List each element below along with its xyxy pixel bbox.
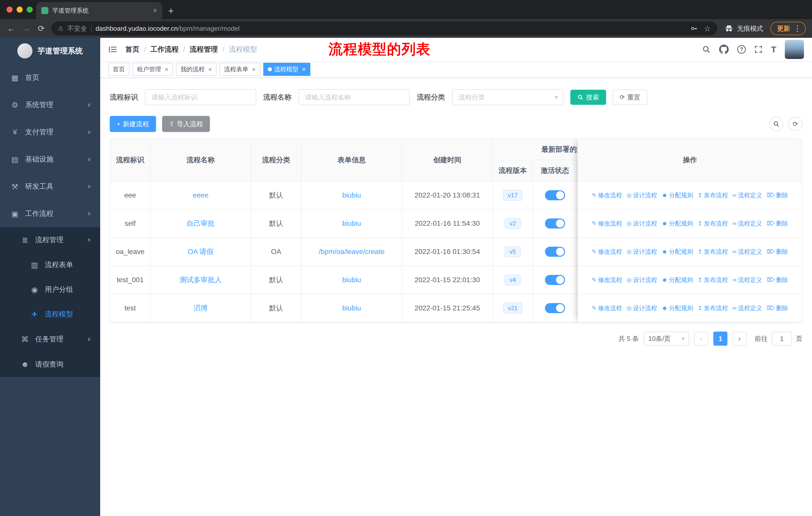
sidebar-logo[interactable]: 芋道管理系统 <box>0 38 100 64</box>
show-search-button[interactable] <box>769 117 783 131</box>
refresh-table-button[interactable]: ⟳ <box>788 117 803 131</box>
user-avatar[interactable] <box>785 40 804 59</box>
active-toggle[interactable] <box>545 275 565 285</box>
back-icon[interactable]: ← <box>6 24 16 32</box>
active-toggle[interactable] <box>545 247 565 257</box>
reset-button[interactable]: ⟳重置 <box>613 90 647 105</box>
publish-process-link[interactable]: ↥发布流程 <box>698 219 728 227</box>
publish-process-link[interactable]: ↥发布流程 <box>698 304 728 312</box>
edit-process-link[interactable]: ✎修改流程 <box>592 276 622 284</box>
form-info-link[interactable]: biubiu <box>342 191 361 199</box>
process-category-select[interactable]: 流程分类▾ <box>452 89 563 105</box>
security-label[interactable]: 不安全 <box>67 24 87 33</box>
process-name-link[interactable]: eeee <box>193 191 208 199</box>
assign-rule-link[interactable]: ☻分配规则 <box>662 191 693 199</box>
delete-process-link[interactable]: ⌦删除 <box>767 191 788 199</box>
process-key-input[interactable] <box>145 89 256 105</box>
process-definition-link[interactable]: ∞流程定义 <box>732 219 762 227</box>
tag-tenant-mgmt[interactable]: 租户管理× <box>133 63 173 76</box>
goto-page-input[interactable] <box>772 332 792 346</box>
page-number-button[interactable]: 1 <box>713 332 727 346</box>
password-key-icon[interactable] <box>690 24 698 32</box>
tab-close-icon[interactable]: × <box>153 6 157 15</box>
sidebar-item-dev-tools[interactable]: ⚒研发工具∨ <box>0 173 100 200</box>
design-process-link[interactable]: ◎设计流程 <box>627 276 657 284</box>
edit-process-link[interactable]: ✎修改流程 <box>592 191 622 199</box>
fullscreen-icon[interactable] <box>754 45 762 53</box>
form-info-link[interactable]: biubiu <box>342 219 361 227</box>
active-toggle[interactable] <box>545 218 565 228</box>
tag-home[interactable]: 首页 <box>108 63 129 76</box>
zoom-window-button[interactable] <box>27 6 33 12</box>
assign-rule-link[interactable]: ☻分配规则 <box>662 276 693 284</box>
active-toggle[interactable] <box>545 190 565 200</box>
assign-rule-link[interactable]: ☻分配规则 <box>662 248 693 256</box>
form-info-link[interactable]: biubiu <box>342 304 361 312</box>
process-name-link[interactable]: 测试多审批人 <box>179 275 222 285</box>
font-size-icon[interactable]: T <box>771 45 776 54</box>
process-definition-link[interactable]: ∞流程定义 <box>732 248 762 256</box>
prev-page-button[interactable]: ‹ <box>694 332 708 346</box>
delete-process-link[interactable]: ⌦删除 <box>767 219 788 227</box>
process-definition-link[interactable]: ∞流程定义 <box>732 304 762 312</box>
create-process-button[interactable]: +新建流程 <box>110 116 156 132</box>
new-tab-button[interactable]: + <box>168 6 174 16</box>
browser-menu-icon[interactable]: ⋮ <box>794 25 801 32</box>
assign-rule-link[interactable]: ☻分配规则 <box>662 304 693 312</box>
page-size-select[interactable]: 10条/页▾ <box>644 332 689 346</box>
delete-process-link[interactable]: ⌦删除 <box>767 248 788 256</box>
sidebar-item-process-model[interactable]: ✈流程模型 <box>0 302 100 327</box>
design-process-link[interactable]: ◎设计流程 <box>627 248 657 256</box>
update-label[interactable]: 更新 <box>777 24 790 33</box>
design-process-link[interactable]: ◎设计流程 <box>627 304 657 312</box>
sidebar-item-workflow[interactable]: ▣工作流程∧ <box>0 200 100 227</box>
design-process-link[interactable]: ◎设计流程 <box>627 219 657 227</box>
delete-process-link[interactable]: ⌦删除 <box>767 304 788 312</box>
process-definition-link[interactable]: ∞流程定义 <box>732 191 762 199</box>
sidebar-item-task-mgmt[interactable]: ⌘任务管理∨ <box>0 327 100 352</box>
import-process-button[interactable]: ⇧导入流程 <box>162 116 210 132</box>
address-bar[interactable]: ⚠ 不安全 dashboard.yudao.iocoder.cn/bpm/man… <box>51 21 717 35</box>
process-definition-link[interactable]: ∞流程定义 <box>732 276 762 284</box>
forward-icon[interactable]: → <box>21 24 31 32</box>
active-toggle[interactable] <box>545 303 565 313</box>
bookmark-star-icon[interactable]: ☆ <box>704 24 711 33</box>
reload-icon[interactable]: ⟳ <box>36 24 46 32</box>
form-info-link[interactable]: biubiu <box>342 276 361 284</box>
next-page-button[interactable]: › <box>732 332 747 346</box>
process-name-link[interactable]: 自己审批 <box>186 219 215 228</box>
sidebar-item-infrastructure[interactable]: ▤基础设施∨ <box>0 146 100 173</box>
sidebar-item-home[interactable]: ▦首页 <box>0 64 100 91</box>
tag-process-form[interactable]: 流程表单× <box>220 63 260 76</box>
publish-process-link[interactable]: ↥发布流程 <box>698 191 728 199</box>
tag-my-process[interactable]: 我的流程× <box>176 63 216 76</box>
close-window-button[interactable] <box>6 6 12 12</box>
close-icon[interactable]: × <box>165 66 168 73</box>
edit-process-link[interactable]: ✎修改流程 <box>592 219 622 227</box>
sidebar-item-system-mgmt[interactable]: ⚙系统管理∨ <box>0 91 100 118</box>
publish-process-link[interactable]: ↥发布流程 <box>698 248 728 256</box>
breadcrumb-home[interactable]: 首页 <box>125 45 140 54</box>
github-icon[interactable] <box>719 45 729 54</box>
close-icon[interactable]: × <box>252 66 256 73</box>
sidebar-item-process-form[interactable]: ▥流程表单 <box>0 252 100 277</box>
tag-process-model[interactable]: 流程模型× <box>263 63 310 76</box>
delete-process-link[interactable]: ⌦删除 <box>767 276 788 284</box>
close-icon[interactable]: × <box>208 66 212 73</box>
publish-process-link[interactable]: ↥发布流程 <box>698 276 728 284</box>
breadcrumb-process-mgmt[interactable]: 流程管理 <box>190 45 218 54</box>
edit-process-link[interactable]: ✎修改流程 <box>592 304 622 312</box>
sidebar-item-payment-mgmt[interactable]: ¥支付管理∨ <box>0 118 100 146</box>
assign-rule-link[interactable]: ☻分配规则 <box>662 219 693 227</box>
search-icon[interactable] <box>702 45 710 54</box>
minimize-window-button[interactable] <box>17 6 23 12</box>
search-button[interactable]: 搜索 <box>570 90 606 105</box>
process-name-link[interactable]: 滔博 <box>194 303 208 313</box>
help-icon[interactable]: ? <box>737 45 746 54</box>
breadcrumb-workflow[interactable]: 工作流程 <box>150 45 179 54</box>
design-process-link[interactable]: ◎设计流程 <box>627 191 657 199</box>
sidebar-item-leave-query[interactable]: ☻请假查询 <box>0 352 100 377</box>
chrome-update-chip[interactable]: 更新 ⋮ <box>770 22 806 35</box>
close-icon[interactable]: × <box>302 66 306 73</box>
browser-tab[interactable]: 芋道管理系统 × <box>36 2 162 19</box>
